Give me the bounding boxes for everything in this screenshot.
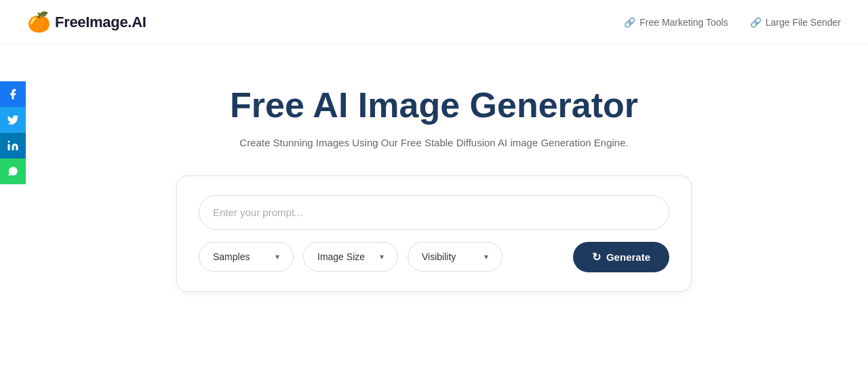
nav-link-file-sender-label: Large File Sender <box>766 17 841 28</box>
image-size-dropdown[interactable]: Image Size ▾ <box>303 242 398 272</box>
generate-button[interactable]: ↻ Generate <box>573 242 669 272</box>
visibility-label: Visibility <box>422 251 456 262</box>
page-subtitle: Create Stunning Images Using Our Free St… <box>239 137 628 148</box>
social-sidebar <box>0 81 26 184</box>
twitter-icon <box>7 114 19 126</box>
controls-row: Samples ▾ Image Size ▾ Visibility ▾ ↻ Ge… <box>199 242 669 272</box>
nav: 🔗 Free Marketing Tools 🔗 Large File Send… <box>624 17 841 28</box>
samples-label: Samples <box>213 251 250 262</box>
image-size-label: Image Size <box>317 251 365 262</box>
visibility-chevron-icon: ▾ <box>484 252 488 261</box>
visibility-dropdown[interactable]: Visibility ▾ <box>408 242 502 272</box>
facebook-button[interactable] <box>0 81 26 107</box>
logo-icon: 🍊 <box>27 11 51 33</box>
logo[interactable]: 🍊 FreeImage.AI <box>27 11 146 33</box>
image-size-chevron-icon: ▾ <box>380 252 384 261</box>
samples-dropdown[interactable]: Samples ▾ <box>199 242 294 272</box>
generator-card: Samples ▾ Image Size ▾ Visibility ▾ ↻ Ge… <box>176 175 692 292</box>
linkedin-icon <box>7 140 19 152</box>
header: 🍊 FreeImage.AI 🔗 Free Marketing Tools 🔗 … <box>0 0 868 45</box>
nav-link-file-sender[interactable]: 🔗 Large File Sender <box>750 17 841 28</box>
main-content: Free AI Image Generator Create Stunning … <box>0 45 868 319</box>
generate-icon: ↻ <box>592 251 601 264</box>
svg-point-0 <box>8 141 10 143</box>
facebook-icon <box>7 88 19 100</box>
samples-chevron-icon: ▾ <box>275 252 279 261</box>
generate-label: Generate <box>606 251 650 263</box>
nav-link-marketing-label: Free Marketing Tools <box>639 17 728 28</box>
link-icon-1: 🔗 <box>624 17 635 28</box>
whatsapp-icon <box>7 165 19 177</box>
page-title: Free AI Image Generator <box>230 85 638 126</box>
twitter-button[interactable] <box>0 107 26 133</box>
logo-text: FreeImage.AI <box>55 14 146 31</box>
nav-link-marketing[interactable]: 🔗 Free Marketing Tools <box>624 17 728 28</box>
link-icon-2: 🔗 <box>750 17 762 28</box>
linkedin-button[interactable] <box>0 133 26 159</box>
whatsapp-button[interactable] <box>0 159 26 184</box>
prompt-input[interactable] <box>199 195 669 230</box>
